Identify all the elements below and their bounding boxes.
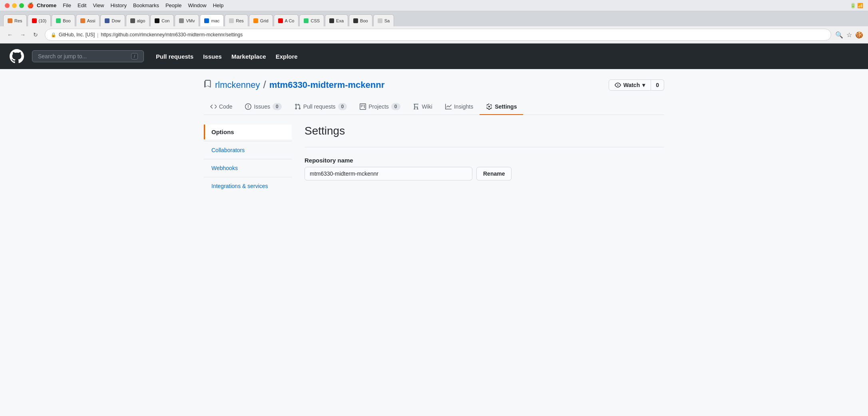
address-bar[interactable]: 🔒 GitHub, Inc. [US] | https://github.com… <box>45 29 831 41</box>
tab-favicon <box>278 18 283 23</box>
repo-icon <box>204 80 212 90</box>
breadcrumb: rlmckenney / mtm6330-midterm-mckennr <box>204 79 384 91</box>
fullscreen-button[interactable] <box>19 3 24 8</box>
tab-favicon <box>204 18 209 23</box>
tab-pull-requests[interactable]: Pull requests 0 <box>288 99 354 115</box>
repo-owner-link[interactable]: rlmckenney <box>215 80 260 90</box>
github-nav: Pull requests Issues Marketplace Explore <box>156 53 298 60</box>
watch-chevron-icon: ▾ <box>642 82 645 88</box>
code-icon <box>210 103 217 110</box>
zoom-icon[interactable]: 🔍 <box>835 31 843 39</box>
nav-pull-requests[interactable]: Pull requests <box>156 53 193 60</box>
tab-issues-label: Issues <box>254 103 270 110</box>
edit-menu[interactable]: Edit <box>78 2 86 8</box>
tab-projects-label: Projects <box>368 103 389 110</box>
close-button[interactable] <box>5 3 10 8</box>
tab-con[interactable]: Con <box>150 14 174 26</box>
sidebar-collaborators[interactable]: Collaborators <box>204 143 292 157</box>
mac-menubar: 🍎 Chrome File Edit View History Bookmark… <box>0 0 868 11</box>
github-logo[interactable] <box>10 49 24 63</box>
tab-res2[interactable]: Res <box>225 14 248 26</box>
tab-favicon <box>229 18 234 23</box>
repo-name-label: Repository name <box>305 157 664 164</box>
nav-explore[interactable]: Explore <box>276 53 298 60</box>
address-url: https://github.com/rlmckenney/mtm6330-mi… <box>101 32 243 38</box>
window-menu[interactable]: Window <box>188 2 206 8</box>
pr-icon <box>295 103 301 110</box>
repo-name-input[interactable] <box>305 167 472 180</box>
nav-buttons: ← → ↻ <box>5 30 41 40</box>
tab-code-label: Code <box>219 103 232 110</box>
tab-dow[interactable]: Dow <box>100 14 125 26</box>
tab-favicon <box>80 18 85 23</box>
bookmarks-menu[interactable]: Bookmarks <box>133 2 159 8</box>
tab-favicon <box>179 18 184 23</box>
nav-issues[interactable]: Issues <box>203 53 222 60</box>
settings-page-title: Settings <box>305 125 664 137</box>
tab-exa[interactable]: Exa <box>325 14 348 26</box>
file-menu[interactable]: File <box>63 2 71 8</box>
tab-pr-label: Pull requests <box>303 103 336 110</box>
tab-projects[interactable]: Projects 0 <box>353 99 406 115</box>
people-menu[interactable]: People <box>165 2 181 8</box>
tab-vmv[interactable]: VMv <box>175 14 199 26</box>
rename-button[interactable]: Rename <box>476 167 512 180</box>
history-menu[interactable]: History <box>110 2 126 8</box>
help-menu[interactable]: Help <box>213 2 224 8</box>
search-shortcut: / <box>131 53 138 59</box>
forward-button[interactable]: → <box>18 30 28 40</box>
settings-divider <box>305 147 664 147</box>
pr-badge: 0 <box>338 103 347 110</box>
bookmark-icon[interactable]: ☆ <box>846 31 852 39</box>
minimize-button[interactable] <box>12 3 17 8</box>
tab-issues[interactable]: Issues 0 <box>239 99 288 115</box>
tab-mac[interactable]: mac <box>200 14 224 26</box>
tab-favicon <box>105 18 109 23</box>
projects-badge: 0 <box>391 103 400 110</box>
system-icons: 🔋 📶 <box>850 3 863 8</box>
tab-wiki[interactable]: Wiki <box>407 99 439 115</box>
repo-name-link[interactable]: mtm6330-midterm-mckennr <box>269 80 385 90</box>
nav-marketplace[interactable]: Marketplace <box>231 53 266 60</box>
tab-insights[interactable]: Insights <box>439 99 480 115</box>
search-box[interactable]: Search or jump to... / <box>32 50 144 62</box>
sidebar-divider-3 <box>204 177 292 177</box>
tab-settings-label: Settings <box>495 103 517 110</box>
tab-settings[interactable]: Settings <box>480 99 523 115</box>
sidebar-webhooks[interactable]: Webhooks <box>204 161 292 175</box>
security-lock-icon: 🔒 <box>51 32 56 38</box>
apple-menu[interactable]: 🍎 <box>27 2 34 8</box>
repo-name-form-group: Repository name Rename <box>305 157 664 180</box>
tab-css[interactable]: CSS <box>299 14 324 26</box>
github-header: Search or jump to... / Pull requests Iss… <box>0 44 868 69</box>
tab-boo1[interactable]: Boo <box>52 14 75 26</box>
repo-tabs: Code Issues 0 Pull requests 0 Projects 0… <box>204 99 664 115</box>
tab-boo2[interactable]: Boo <box>349 14 372 26</box>
tab-res1[interactable]: Res <box>3 14 27 26</box>
tab-algo[interactable]: algo <box>126 14 150 26</box>
user-avatar: 🍪 <box>855 31 863 39</box>
tab-code[interactable]: Code <box>204 99 239 115</box>
tab-assi[interactable]: Assi <box>76 14 100 26</box>
back-button[interactable]: ← <box>5 30 15 40</box>
main-content: rlmckenney / mtm6330-midterm-mckennr Wat… <box>194 69 674 203</box>
repo-header: rlmckenney / mtm6330-midterm-mckennr Wat… <box>204 79 664 91</box>
tab-sa[interactable]: Sa <box>373 14 394 26</box>
security-label: GitHub, Inc. [US] <box>59 32 95 38</box>
tab-aco[interactable]: A Co <box>274 14 299 26</box>
sidebar-options-title[interactable]: Options <box>204 125 292 139</box>
app-name[interactable]: Chrome <box>37 2 56 8</box>
tab-grid[interactable]: Grid <box>249 14 273 26</box>
search-placeholder: Search or jump to... <box>38 53 87 59</box>
breadcrumb-separator: / <box>263 79 266 91</box>
eye-icon <box>615 82 621 88</box>
refresh-button[interactable]: ↻ <box>30 30 41 40</box>
watch-area: Watch ▾ 0 <box>609 79 664 91</box>
tab-youtube[interactable]: (10) <box>28 14 51 26</box>
settings-icon <box>486 103 492 110</box>
sidebar-integrations[interactable]: Integrations & services <box>204 179 292 193</box>
traffic-lights[interactable] <box>5 3 24 8</box>
view-menu[interactable]: View <box>93 2 104 8</box>
watch-button[interactable]: Watch ▾ <box>609 79 651 91</box>
tab-favicon <box>253 18 258 23</box>
